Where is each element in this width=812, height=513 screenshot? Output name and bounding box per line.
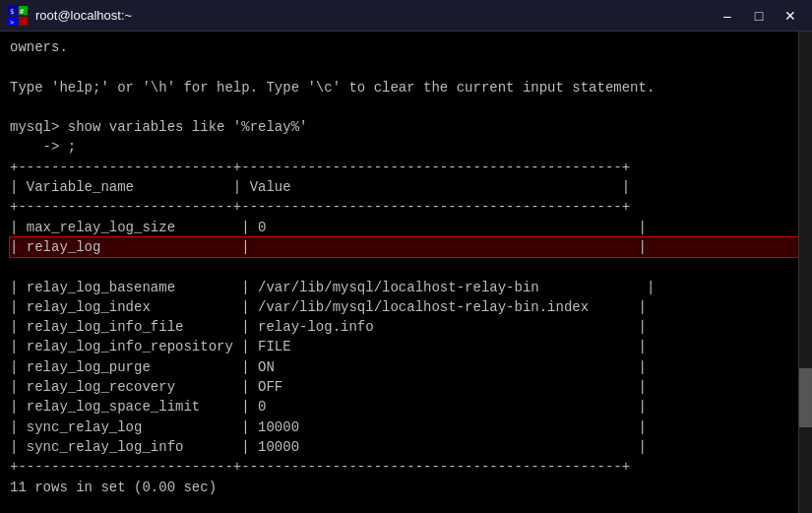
titlebar-left: $ # > _ root@localhost:~ [8, 6, 132, 26]
table-row: | max_relay_log_size | 0 | [10, 220, 647, 235]
titlebar-controls: – □ ✕ [714, 5, 804, 27]
table-row-highlighted: | relay_log | | [10, 237, 802, 257]
divider2: +--------------------------+------------… [10, 199, 630, 215]
table-row: | relay_log_space_limit | 0 | [10, 399, 647, 415]
line-help: Type 'help;' or '\h' for help. Type '\c'… [10, 80, 655, 96]
svg-text:>: > [10, 19, 14, 26]
table-header: | Variable_name | Value | [10, 179, 630, 195]
table-row: | relay_log_basename | /var/lib/mysql/lo… [10, 280, 655, 295]
scrollbar[interactable] [798, 32, 812, 513]
line-query1: mysql> show variables like '%relay%' [10, 119, 307, 135]
app-icon: $ # > _ [8, 6, 28, 26]
scrollbar-thumb[interactable] [799, 368, 812, 427]
table-row: | relay_log_info_repository | FILE | [10, 339, 647, 354]
terminal-content: owners. Type 'help;' or '\h' for help. T… [10, 37, 802, 513]
line-query2: -> ; [10, 139, 76, 155]
divider3: +--------------------------+------------… [10, 459, 630, 475]
table-row: | relay_log_info_file | relay-log.info | [10, 319, 647, 335]
table-row: | sync_relay_log_info | 10000 | [10, 439, 647, 455]
maximize-button[interactable]: □ [745, 5, 773, 27]
terminal-area[interactable]: owners. Type 'help;' or '\h' for help. T… [0, 32, 812, 513]
titlebar: $ # > _ root@localhost:~ – □ ✕ [0, 0, 812, 32]
table-row: | relay_log_purge | ON | [10, 359, 647, 375]
minimize-button[interactable]: – [714, 5, 741, 27]
divider1: +--------------------------+------------… [10, 160, 630, 175]
table-footer: 11 rows in set (0.00 sec) [10, 480, 217, 495]
table-row: | relay_log_index | /var/lib/mysql/local… [10, 299, 647, 315]
table-row: | relay_log_recovery | OFF | [10, 379, 647, 395]
line-owners: owners. [10, 39, 68, 55]
window-title: root@localhost:~ [35, 8, 132, 23]
svg-text:$: $ [10, 8, 14, 16]
close-button[interactable]: ✕ [777, 5, 804, 27]
table-row: | sync_relay_log | 10000 | [10, 419, 647, 435]
